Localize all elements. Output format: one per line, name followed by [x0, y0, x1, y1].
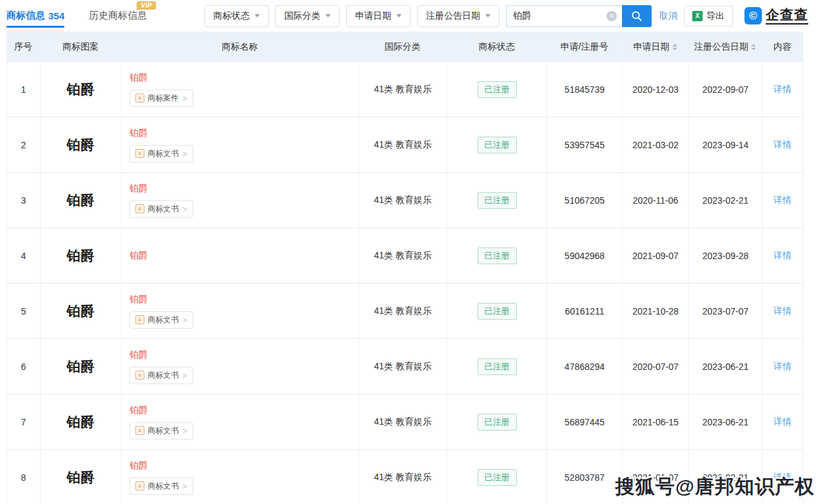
trademark-image-cell: 铂爵: [41, 450, 122, 504]
clear-search-icon[interactable]: ✕: [607, 11, 617, 21]
trademark-name-link[interactable]: 铂爵: [130, 349, 148, 361]
cancel-link[interactable]: 取消: [659, 10, 677, 22]
intl-class-cell: 41类 教育娱乐: [359, 62, 447, 117]
trademark-image-cell: 铂爵: [41, 339, 122, 394]
document-icon: ≡: [135, 204, 144, 213]
pub-date-cell: 2022-09-07: [689, 62, 763, 117]
detail-link[interactable]: 详情: [773, 361, 792, 373]
tag-label: 商标文书: [148, 370, 179, 381]
status-badge: 已注册: [478, 358, 517, 375]
detail-link[interactable]: 详情: [773, 416, 792, 428]
intl-class-cell: 41类 教育娱乐: [359, 394, 447, 449]
pub-date-cell: 2023-09-14: [689, 117, 763, 172]
document-icon: ≡: [135, 426, 144, 435]
intl-class-cell: 41类 教育娱乐: [359, 450, 447, 504]
active-tab-underline: [6, 26, 64, 28]
detail-link[interactable]: 详情: [773, 139, 792, 151]
table-body: 1 铂爵 铂爵 ≡ 商标案件 > 41类 教育娱乐 已注册 51845739 2…: [6, 62, 803, 504]
col-header-regno: 申请/注册号: [547, 41, 622, 53]
trademark-name-link[interactable]: 铂爵: [130, 183, 148, 195]
status-badge: 已注册: [478, 247, 517, 264]
intl-class-cell: 41类 教育娱乐: [359, 117, 447, 172]
trademark-image-text: 铂爵: [67, 191, 95, 209]
export-button[interactable]: X 导出: [684, 6, 733, 26]
col-header-apply-date[interactable]: 申请日期: [622, 41, 688, 53]
reg-no-cell: 60161211: [547, 284, 623, 338]
filter-intl-class[interactable]: 国际分类: [275, 5, 340, 27]
detail-link[interactable]: 详情: [773, 84, 792, 95]
detail-link[interactable]: 详情: [773, 305, 792, 317]
reg-no-cell: 51067205: [547, 173, 623, 228]
tag-chip-button[interactable]: ≡ 商标文书 >: [130, 478, 193, 495]
col-header-pub-date[interactable]: 注册公告日期: [688, 41, 762, 53]
row-seq: 1: [7, 62, 41, 117]
content-cell: 详情: [763, 339, 802, 394]
trademark-image-cell: 铂爵: [41, 284, 122, 338]
tag-label: 商标文书: [148, 204, 179, 215]
pub-date-cell: 2023-06-21: [689, 394, 763, 449]
detail-link[interactable]: 详情: [773, 195, 792, 206]
status-badge: 已注册: [478, 81, 517, 98]
content-cell: 详情: [763, 117, 802, 172]
filter-apply-date[interactable]: 申请日期: [346, 5, 411, 27]
intl-class-cell: 41类 教育娱乐: [359, 339, 447, 394]
apply-date-cell: 2020-12-03: [623, 62, 689, 117]
trademark-name-cell: 铂爵 ≡ >: [122, 228, 359, 283]
table-header: 序号 商标图案 商标名称 国际分类 商标状态 申请/注册号 申请日期 注册公告日…: [6, 32, 803, 62]
filter-trademark-status[interactable]: 商标状态: [204, 5, 269, 27]
chevron-right-icon: >: [182, 204, 188, 214]
trademark-name-cell: 铂爵 ≡ 商标文书 >: [122, 173, 359, 228]
filter-pub-date[interactable]: 注册公告日期: [417, 5, 500, 27]
trademark-image-cell: 铂爵: [41, 394, 122, 449]
trademark-image-text: 铂爵: [67, 469, 95, 487]
chevron-right-icon: >: [182, 371, 188, 380]
trademark-name-link[interactable]: 铂爵: [130, 128, 148, 139]
vip-badge: VIP: [137, 1, 156, 10]
filter-apply-date-label: 申请日期: [355, 10, 391, 22]
status-badge: 已注册: [478, 303, 517, 320]
chevron-right-icon: >: [182, 481, 188, 491]
chevron-right-icon: >: [182, 93, 188, 103]
tag-chip-button[interactable]: ≡ 商标文书 >: [130, 422, 193, 440]
chevron-right-icon: >: [182, 149, 188, 159]
table-row: 7 铂爵 铂爵 ≡ 商标文书 > 41类 教育娱乐 已注册 56897445 2…: [6, 394, 803, 450]
trademark-image-text: 铂爵: [67, 247, 95, 265]
search-input[interactable]: [506, 5, 622, 27]
sort-icon[interactable]: [751, 44, 756, 50]
trademark-name-link[interactable]: 铂爵: [130, 294, 148, 305]
trademark-image-cell: 铂爵: [41, 228, 122, 283]
trademark-image-cell: 铂爵: [41, 173, 122, 228]
sort-icon[interactable]: [672, 44, 677, 50]
trademark-image-text: 铂爵: [67, 81, 95, 99]
tag-chip-button[interactable]: ≡ 商标文书 >: [130, 367, 193, 384]
trademark-name-link[interactable]: 铂爵: [130, 460, 148, 472]
trademark-name-link[interactable]: 铂爵: [130, 405, 148, 416]
document-icon: ≡: [135, 371, 144, 380]
qichacha-logo: © 企查查: [744, 7, 808, 24]
trademark-name-link[interactable]: 铂爵: [130, 72, 148, 84]
table-row: 6 铂爵 铂爵 ≡ 商标文书 > 41类 教育娱乐 已注册 47868294 2…: [6, 339, 803, 394]
trademark-name-cell: 铂爵 ≡ 商标文书 >: [122, 339, 359, 394]
document-icon: ≡: [135, 481, 144, 490]
detail-link[interactable]: 详情: [773, 472, 792, 483]
tab-history-trademark-info[interactable]: 历史商标信息 VIP: [89, 0, 147, 32]
tab-trademark-info[interactable]: 商标信息 354: [6, 0, 64, 32]
row-seq: 8: [7, 450, 41, 504]
filter-intl-class-label: 国际分类: [284, 10, 320, 22]
trademark-image-text: 铂爵: [67, 413, 95, 431]
trademark-name-cell: 铂爵 ≡ 商标文书 >: [122, 450, 359, 504]
detail-link[interactable]: 详情: [773, 250, 792, 262]
tag-chip-button[interactable]: ≡ 商标文书 >: [130, 200, 193, 218]
status-cell: 已注册: [447, 173, 547, 228]
chevron-right-icon: >: [182, 315, 188, 325]
tag-chip-button[interactable]: ≡ 商标案件 >: [130, 90, 193, 107]
tag-chip-button[interactable]: ≡ 商标文书 >: [130, 145, 193, 162]
apply-date-cell: 2021-10-28: [623, 284, 689, 338]
search-icon: [631, 10, 643, 22]
intl-class-cell: 41类 教育娱乐: [359, 228, 447, 283]
filter-trademark-status-label: 商标状态: [213, 10, 249, 22]
export-label: 导出: [706, 10, 724, 22]
trademark-name-link[interactable]: 铂爵: [130, 250, 148, 262]
tag-chip-button[interactable]: ≡ 商标文书 >: [130, 311, 193, 329]
search-button[interactable]: [622, 5, 652, 27]
